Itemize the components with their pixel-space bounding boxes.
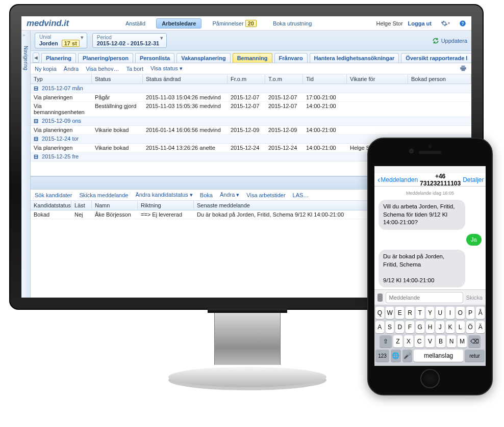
col-vikarie[interactable]: Vikarie för: [347, 74, 408, 84]
camera-icon[interactable]: [377, 293, 383, 302]
key-e[interactable]: E: [395, 307, 404, 319]
tab-planering-person[interactable]: Planering/person: [78, 53, 133, 63]
col-from[interactable]: Fr.o.m: [228, 74, 265, 84]
app-logo: medvind.it: [27, 18, 69, 29]
lt-andra[interactable]: Ändra ▾: [220, 192, 239, 198]
key-y[interactable]: Y: [426, 307, 435, 319]
key-o[interactable]: O: [456, 307, 465, 319]
monitor-stand-neck: [214, 309, 281, 365]
toolbar-nykopia[interactable]: Ny kopia: [35, 66, 57, 72]
key-m[interactable]: M: [458, 335, 467, 348]
key-l[interactable]: L: [456, 321, 465, 333]
key-p[interactable]: P: [466, 307, 475, 319]
tab-bemanning[interactable]: Bemanning: [233, 53, 272, 63]
key-t[interactable]: T: [416, 307, 424, 319]
message-input[interactable]: [386, 292, 463, 303]
lcol-namn[interactable]: Namn: [92, 201, 138, 210]
table-row[interactable]: Via bemanningsenhetenBeställning gjord20…: [31, 102, 471, 117]
key-s[interactable]: S: [386, 321, 394, 333]
grid-header-row: Typ Status Status ändrad Fr.o.m T.o.m Ti…: [31, 74, 471, 84]
logout-link[interactable]: Logga ut: [408, 20, 432, 26]
toolbar-andra[interactable]: Ändra: [64, 66, 79, 72]
lt-sok[interactable]: Sök kandidater: [35, 192, 72, 198]
tab-ledighet[interactable]: Hantera ledighetsansökningar: [310, 53, 399, 63]
topnav-boka[interactable]: Boka utrustning: [267, 18, 317, 29]
tab-oversikt[interactable]: Översikt rapporterade l: [401, 53, 471, 63]
chevron-down-icon: ▾: [81, 34, 86, 47]
key-ä[interactable]: Ä: [476, 321, 485, 333]
key-å[interactable]: Å: [476, 307, 485, 319]
col-andrad[interactable]: Status ändrad: [143, 74, 228, 84]
chat-area[interactable]: Meddelande idag 16:05 Vill du arbeta Jor…: [374, 186, 486, 289]
lcol-last[interactable]: Läst: [71, 201, 92, 210]
group-row[interactable]: ⊟ 2015-12-09 ons: [31, 117, 471, 126]
key-n[interactable]: N: [447, 335, 456, 348]
lt-skicka[interactable]: Skicka meddelande: [79, 192, 128, 198]
topnav-arbetsledare[interactable]: Arbetsledare: [156, 18, 201, 29]
home-button[interactable]: [420, 369, 440, 388]
mobile-phone: ‹Meddelanden +46 731232111103 Detaljer M…: [367, 138, 493, 395]
key-u[interactable]: U: [436, 307, 444, 319]
send-button[interactable]: Skicka: [466, 295, 483, 301]
key-r[interactable]: R: [406, 307, 414, 319]
lt-boka[interactable]: Boka: [200, 192, 213, 198]
key-ö[interactable]: Ö: [466, 321, 475, 333]
toolbar-visabehov[interactable]: Visa behov…: [86, 66, 119, 72]
topnav-paminnelser[interactable]: Påminnelser 20: [207, 18, 262, 29]
key-shift[interactable]: ⇧: [380, 335, 392, 348]
settings-gear-icon[interactable]: ▾: [441, 20, 450, 27]
period-selector[interactable]: Period 2015-12-02 - 2015-12-31 ▾: [92, 33, 167, 48]
key-mic-icon[interactable]: 🎤: [402, 350, 412, 362]
current-user: Helge Stor: [376, 20, 403, 26]
details-button[interactable]: Detaljer: [463, 176, 484, 183]
col-bokad[interactable]: Bokad person: [408, 74, 471, 84]
table-row[interactable]: Via planeringenVikarie bokad2016-01-14 1…: [31, 126, 471, 135]
key-space[interactable]: mellanslag: [414, 350, 463, 362]
key-c[interactable]: C: [415, 335, 424, 348]
col-tid[interactable]: Tid: [303, 74, 347, 84]
key-backspace[interactable]: ⌫: [468, 335, 481, 348]
tab-personlista[interactable]: Personlista: [135, 53, 174, 63]
key-w[interactable]: W: [386, 307, 394, 319]
nav-expand-icon: »: [22, 33, 25, 38]
key-return[interactable]: retur: [465, 350, 485, 362]
key-k[interactable]: K: [446, 321, 455, 333]
tab-scroll-left[interactable]: ◄: [33, 52, 39, 63]
table-row[interactable]: Via planeringenPågår2015-11-03 15:04:26 …: [31, 93, 471, 102]
side-navigator-tab[interactable]: » Navigering: [21, 31, 31, 298]
key-d[interactable]: D: [395, 321, 404, 333]
key-q[interactable]: Q: [375, 307, 384, 319]
col-status[interactable]: Status: [92, 74, 143, 84]
tab-planering[interactable]: Planering: [41, 53, 76, 63]
tab-franvaro[interactable]: Frånvaro: [274, 53, 308, 63]
lcol-kstat[interactable]: Kandidatstatus: [31, 201, 71, 210]
print-icon[interactable]: [459, 65, 467, 73]
key-h[interactable]: H: [426, 321, 435, 333]
lt-las[interactable]: LAS…: [293, 192, 309, 198]
lt-visa-arbtid[interactable]: Visa arbetstider: [246, 192, 285, 198]
help-icon[interactable]: ?: [459, 20, 466, 27]
toolbar-visastatus[interactable]: Visa status ▾: [150, 65, 183, 72]
key-x[interactable]: X: [404, 335, 413, 348]
key-globe-icon[interactable]: 🌐: [391, 350, 400, 362]
key-i[interactable]: I: [446, 307, 455, 319]
col-tom[interactable]: T.o.m: [265, 74, 303, 84]
toolbar-tabort[interactable]: Ta bort: [126, 66, 143, 72]
group-row[interactable]: ⊟ 2015-12-07 mån: [31, 84, 471, 93]
back-button[interactable]: ‹Meddelanden: [377, 175, 418, 184]
col-typ[interactable]: Typ: [31, 74, 92, 84]
key-j[interactable]: J: [436, 321, 444, 333]
key-f[interactable]: F: [406, 321, 414, 333]
key-z[interactable]: Z: [393, 335, 402, 348]
topnav-anstalld[interactable]: Anställd: [120, 18, 151, 29]
key-b[interactable]: B: [436, 335, 445, 348]
update-button[interactable]: Uppdatera: [432, 37, 467, 44]
key-a[interactable]: A: [375, 321, 384, 333]
key-123[interactable]: 123: [375, 350, 389, 362]
lt-andra-kstat[interactable]: Ändra kandidatstatus ▾: [135, 192, 192, 198]
urval-selector[interactable]: Urval Jorden 17 st ▾: [35, 33, 87, 48]
key-g[interactable]: G: [416, 321, 424, 333]
key-v[interactable]: V: [425, 335, 435, 348]
tab-vakansplanering[interactable]: Vakansplanering: [177, 53, 230, 63]
lcol-rikt[interactable]: Riktning: [138, 201, 194, 210]
